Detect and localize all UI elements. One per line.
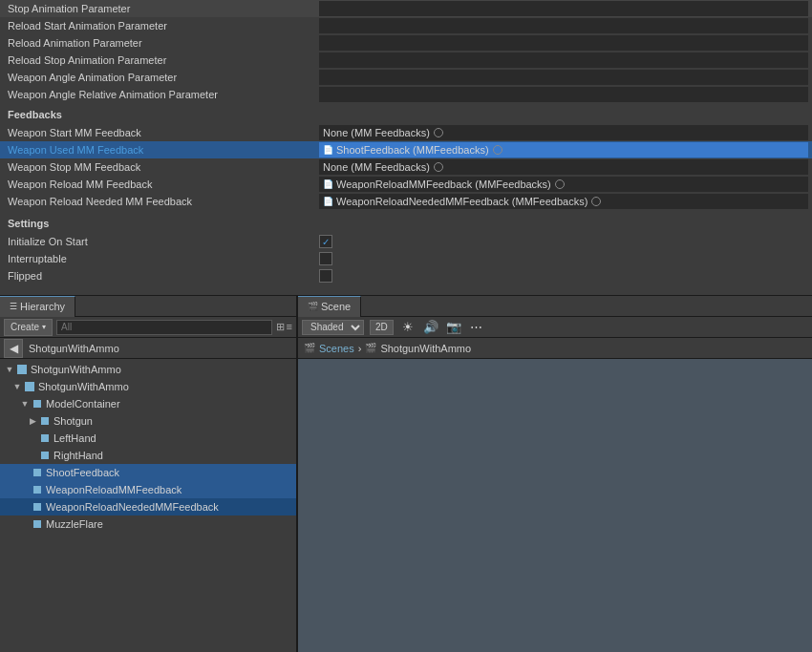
- weapon-used-feedback-field[interactable]: 📄 ShootFeedback (MMFeedbacks): [319, 142, 808, 158]
- weapon-start-feedback-circle[interactable]: [434, 128, 443, 137]
- weapon-used-feedback-label: Weapon Used MM Feedback: [4, 144, 319, 156]
- hierarchy-search-input[interactable]: [56, 320, 272, 335]
- weapon-angle-rel-field[interactable]: [319, 87, 797, 102]
- stop-anim-param-field[interactable]: [319, 1, 797, 16]
- list-item[interactable]: ▶ ShootFeedback: [0, 464, 296, 481]
- weapon-reload-needed-feedback-circle[interactable]: [591, 197, 601, 206]
- reload-anim-field[interactable]: [319, 35, 797, 51]
- toggle-shotgunwithammo[interactable]: ▼: [4, 364, 15, 375]
- item-label-lefthand: LeftHand: [53, 432, 96, 444]
- toggle-shotgun-child[interactable]: ▼: [11, 381, 23, 392]
- weapon-used-feedback-circle[interactable]: [493, 145, 502, 155]
- breadcrumb-scenes[interactable]: Scenes: [319, 343, 354, 354]
- interruptable-checkbox[interactable]: [319, 252, 332, 265]
- weapon-reload-feedback-field[interactable]: 📄 WeaponReloadMMFeedback (MMFeedbacks): [319, 177, 808, 192]
- list-item[interactable]: ▶ Shotgun: [0, 412, 296, 430]
- camera-icon[interactable]: 📷: [445, 319, 462, 336]
- list-item[interactable]: ▼ ShotgunWithAmmo: [0, 361, 296, 378]
- weapon-reload-needed-feedback-row: Weapon Reload Needed MM Feedback 📄 Weapo…: [0, 193, 812, 210]
- doc-icon-used: 📄: [323, 145, 333, 155]
- weapon-reload-feedback-row: Weapon Reload MM Feedback 📄 WeaponReload…: [0, 176, 812, 193]
- weapon-reload-needed-feedback-field[interactable]: 📄 WeaponReloadNeededMMFeedback (MMFeedba…: [319, 194, 808, 209]
- reload-anim-row: Reload Animation Parameter: [0, 34, 812, 52]
- weapon-reload-feedback-value: WeaponReloadMMFeedback (MMFeedbacks): [336, 179, 551, 190]
- audio-icon[interactable]: 🔊: [422, 319, 439, 336]
- settings-section-header: Settings: [0, 214, 812, 233]
- obj-icon-modelcontainer: [31, 397, 44, 410]
- hierarchy-tab-icon: ☰: [10, 302, 17, 311]
- interruptable-row: Interruptable: [0, 250, 812, 267]
- weapon-angle-row: Weapon Angle Animation Parameter: [0, 69, 812, 86]
- obj-icon-muzzleflare: [31, 517, 44, 531]
- list-item[interactable]: ▶ WeaponReloadNeededMMFeedback: [0, 498, 296, 515]
- item-label-muzzleflare: MuzzleFlare: [46, 518, 103, 530]
- interruptable-label: Interruptable: [4, 253, 319, 264]
- weapon-stop-feedback-field[interactable]: None (MM Feedbacks): [319, 159, 808, 175]
- weapon-reload-feedback-circle[interactable]: [555, 179, 565, 189]
- weapon-start-feedback-row: Weapon Start MM Feedback None (MM Feedba…: [0, 124, 812, 141]
- obj-icon-righthand: [38, 449, 52, 462]
- scene-icon: 🎬: [304, 343, 315, 353]
- sort-icon[interactable]: ⊞: [276, 321, 285, 333]
- list-item[interactable]: ▶ MuzzleFlare: [0, 515, 296, 533]
- create-button[interactable]: Create ▾: [4, 319, 53, 336]
- reload-start-label: Reload Start Animation Parameter: [4, 20, 319, 32]
- toolbar-icons: ⊞ ≡: [276, 321, 292, 333]
- list-item[interactable]: ▼ ShotgunWithAmmo: [0, 378, 296, 395]
- feedbacks-section-label: Feedbacks: [8, 109, 62, 120]
- item-label-righthand: RightHand: [53, 450, 103, 461]
- reload-stop-row: Reload Stop Animation Parameter: [0, 52, 812, 69]
- weapon-reload-needed-feedback-value: WeaponReloadNeededMMFeedback (MMFeedback…: [336, 196, 588, 207]
- back-button[interactable]: ◀: [4, 339, 23, 358]
- scene-viewport[interactable]: [298, 359, 812, 652]
- weapon-angle-rel-label: Weapon Angle Relative Animation Paramete…: [4, 89, 319, 100]
- obj-icon-weaponreload: [31, 483, 44, 496]
- more-icon[interactable]: ⋯: [468, 319, 485, 336]
- scene-tab[interactable]: 🎬 Scene: [298, 296, 361, 317]
- scene-obj-icon: 🎬: [365, 343, 376, 353]
- weapon-start-feedback-value: None (MM Feedbacks): [323, 127, 430, 138]
- lighting-icon[interactable]: ☀: [399, 319, 417, 336]
- item-label-shootfeedback: ShootFeedback: [46, 467, 119, 478]
- weapon-angle-rel-row: Weapon Angle Relative Animation Paramete…: [0, 86, 812, 103]
- weapon-stop-feedback-circle[interactable]: [434, 162, 443, 172]
- init-on-start-label: Initialize On Start: [4, 236, 319, 247]
- hierarchy-nav-bar: ◀ ShotgunWithAmmo: [0, 338, 296, 359]
- weapon-start-feedback-label: Weapon Start MM Feedback: [4, 127, 319, 138]
- weapon-angle-field[interactable]: [319, 70, 797, 85]
- 2d-button[interactable]: 2D: [370, 320, 394, 335]
- settings-section-label: Settings: [8, 218, 49, 229]
- weapon-reload-feedback-label: Weapon Reload MM Feedback: [4, 179, 319, 190]
- feedbacks-section-header: Feedbacks: [0, 105, 812, 124]
- scene-tab-bar: 🎬 Scene: [298, 296, 812, 317]
- hierarchy-tab[interactable]: ☰ Hierarchy: [0, 296, 75, 317]
- reload-start-row: Reload Start Animation Parameter: [0, 17, 812, 34]
- list-item[interactable]: ▶ RightHand: [0, 447, 296, 464]
- weapon-used-feedback-value: ShootFeedback (MMFeedbacks): [336, 144, 489, 156]
- list-item[interactable]: ▶ WeaponReloadMMFeedback: [0, 481, 296, 498]
- reload-stop-label: Reload Stop Animation Parameter: [4, 54, 319, 66]
- hierarchy-toolbar: Create ▾ ⊞ ≡: [0, 317, 296, 338]
- create-button-label: Create: [11, 322, 39, 332]
- obj-icon-shootfeedback: [31, 466, 44, 479]
- stop-anim-param-label: Stop Animation Parameter: [4, 3, 319, 14]
- options-icon[interactable]: ≡: [287, 321, 292, 333]
- init-on-start-checkbox[interactable]: [319, 235, 332, 248]
- toggle-modelcontainer[interactable]: ▼: [19, 398, 31, 410]
- reload-stop-field[interactable]: [319, 53, 797, 68]
- list-item[interactable]: ▶ LeftHand: [0, 430, 296, 447]
- shade-dropdown[interactable]: Shaded: [302, 320, 364, 335]
- list-item[interactable]: ▼ ModelContainer: [0, 395, 296, 412]
- reload-start-field[interactable]: [319, 18, 797, 33]
- weapon-used-feedback-row: Weapon Used MM Feedback 📄 ShootFeedback …: [0, 141, 812, 158]
- hierarchy-tree: ▼ ShotgunWithAmmo ▼ ShotgunWithAmmo ▼ Mo…: [0, 359, 296, 652]
- hierarchy-panel: ☰ Hierarchy Create ▾ ⊞ ≡ ◀ ShotgunWithAm…: [0, 296, 298, 652]
- weapon-start-feedback-field[interactable]: None (MM Feedbacks): [319, 125, 808, 140]
- weapon-angle-label: Weapon Angle Animation Parameter: [4, 72, 319, 83]
- scene-breadcrumb: 🎬 Scenes › 🎬 ShotgunWithAmmo: [298, 338, 812, 359]
- toggle-shotgun[interactable]: ▶: [27, 415, 38, 427]
- flipped-checkbox[interactable]: [319, 269, 332, 283]
- obj-icon-shotgun-child: [23, 380, 36, 393]
- hierarchy-tab-bar: ☰ Hierarchy: [0, 296, 296, 317]
- weapon-stop-feedback-label: Weapon Stop MM Feedback: [4, 161, 319, 173]
